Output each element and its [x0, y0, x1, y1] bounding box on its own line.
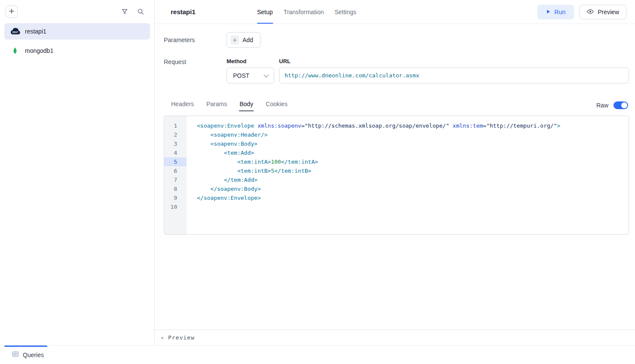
setup-panel: Parameters + Add Request Method POST — [155, 24, 635, 330]
page-title: restapi1 — [171, 8, 257, 15]
queries-icon — [12, 351, 19, 359]
tab-body[interactable]: Body — [239, 98, 254, 111]
query-list: REST restapi1 mongodb1 — [0, 23, 154, 59]
rest-api-icon: REST — [9, 26, 21, 37]
code-line[interactable]: </tem:Add> — [197, 175, 629, 184]
line-number[interactable]: 5 — [164, 157, 187, 166]
parameters-row: Parameters + Add — [164, 32, 629, 48]
tab-params[interactable]: Params — [206, 98, 227, 111]
expand-up-icon: ▲ — [160, 336, 164, 340]
url-label: URL — [279, 58, 629, 64]
line-number[interactable]: 1 — [164, 121, 187, 130]
body-tabs: Headers Params Body Cookies — [171, 98, 288, 111]
line-number[interactable]: 10 — [164, 202, 187, 211]
url-input[interactable]: http://www.dneonline.com/calculator.asmx — [279, 67, 629, 83]
eye-icon — [587, 9, 594, 15]
method-value: POST — [233, 72, 249, 79]
code-line[interactable]: </soapenv:Envelope> — [197, 193, 629, 202]
header-tabs: Setup Transformation Settings — [257, 0, 356, 24]
tab-transformation[interactable]: Transformation — [284, 0, 324, 24]
plus-icon — [9, 8, 15, 15]
main-header: restapi1 Setup Transformation Settings R… — [155, 0, 635, 24]
tab-setup[interactable]: Setup — [257, 0, 273, 24]
preview-panel-label: Preview — [168, 334, 195, 341]
main-panel: restapi1 Setup Transformation Settings R… — [155, 0, 635, 345]
add-parameter-button[interactable]: + Add — [227, 32, 261, 48]
code-line[interactable] — [197, 202, 629, 211]
main-layout: REST restapi1 mongodb1 — [0, 0, 635, 345]
mongodb-icon — [9, 47, 21, 55]
sidebar-item-restapi1[interactable]: REST restapi1 — [4, 23, 150, 40]
chevron-down-icon — [264, 72, 269, 79]
parameters-label: Parameters — [164, 37, 227, 43]
url-field: URL http://www.dneonline.com/calculator.… — [279, 58, 629, 83]
plus-icon: + — [230, 36, 239, 44]
sidebar: REST restapi1 mongodb1 — [0, 0, 155, 345]
method-label: Method — [227, 58, 274, 64]
method-select[interactable]: POST — [227, 67, 274, 83]
raw-toggle-group: Raw — [596, 101, 628, 111]
request-row: Request Method POST URL — [164, 58, 629, 83]
line-number[interactable]: 4 — [164, 148, 187, 157]
raw-label: Raw — [596, 102, 608, 109]
code-line[interactable]: <tem:intA>100</tem:intA> — [197, 157, 629, 166]
search-icon[interactable] — [137, 8, 144, 15]
code-line[interactable]: <tem:intB>5</tem:intB> — [197, 166, 629, 175]
preview-button[interactable]: Preview — [580, 5, 626, 19]
app: REST restapi1 mongodb1 — [0, 0, 635, 364]
code-line[interactable]: <tem:Add> — [197, 148, 629, 157]
sidebar-header — [0, 0, 154, 18]
line-number[interactable]: 2 — [164, 130, 187, 139]
request-label: Request — [164, 58, 227, 65]
run-label: Run — [555, 9, 566, 15]
line-number[interactable]: 6 — [164, 166, 187, 175]
sidebar-item-mongodb1[interactable]: mongodb1 — [4, 43, 150, 59]
method-field: Method POST — [227, 58, 274, 83]
code-line[interactable]: <soapenv:Body> — [197, 139, 629, 148]
request-fields: Method POST URL http://www.dne — [227, 58, 629, 83]
tab-cookies[interactable]: Cookies — [265, 98, 288, 111]
toggle-knob — [621, 102, 627, 108]
code-line[interactable]: <soapenv:Envelope xmlns:soapenv="http://… — [197, 121, 629, 130]
svg-text:REST: REST — [12, 31, 18, 34]
line-number[interactable]: 3 — [164, 139, 187, 148]
raw-toggle[interactable] — [614, 101, 628, 109]
line-number[interactable]: 9 — [164, 193, 187, 202]
add-button-label: Add — [242, 37, 253, 43]
body-code-editor[interactable]: 12345678910 <soapenv:Envelope xmlns:soap… — [164, 116, 629, 235]
code-line[interactable]: </soapenv:Body> — [197, 184, 629, 193]
query-item-label: mongodb1 — [25, 47, 53, 54]
line-number[interactable]: 8 — [164, 184, 187, 193]
url-value: http://www.dneonline.com/calculator.asmx — [285, 72, 419, 79]
preview-button-label: Preview — [598, 9, 619, 15]
header-actions: Run Preview — [537, 0, 626, 24]
tab-settings[interactable]: Settings — [334, 0, 356, 24]
editor-gutter: 12345678910 — [164, 116, 187, 234]
bottom-bar: Queries — [0, 345, 635, 364]
queries-tab-label: Queries — [23, 352, 44, 358]
tab-headers[interactable]: Headers — [171, 98, 194, 111]
preview-panel-toggle[interactable]: ▲ Preview — [155, 330, 635, 345]
query-item-label: restapi1 — [25, 28, 46, 35]
line-number[interactable]: 7 — [164, 175, 187, 184]
tab-queries[interactable]: Queries — [12, 351, 44, 359]
filter-icon[interactable] — [121, 8, 128, 15]
editor-code[interactable]: <soapenv:Envelope xmlns:soapenv="http://… — [187, 116, 629, 234]
new-query-button[interactable] — [6, 6, 18, 18]
active-tab-indicator — [4, 346, 47, 347]
play-icon — [546, 9, 551, 15]
body-tabs-row: Headers Params Body Cookies Raw — [164, 98, 629, 111]
code-line[interactable]: <soapenv:Header/> — [197, 130, 629, 139]
run-button[interactable]: Run — [537, 5, 574, 19]
sidebar-header-icons — [121, 8, 144, 15]
